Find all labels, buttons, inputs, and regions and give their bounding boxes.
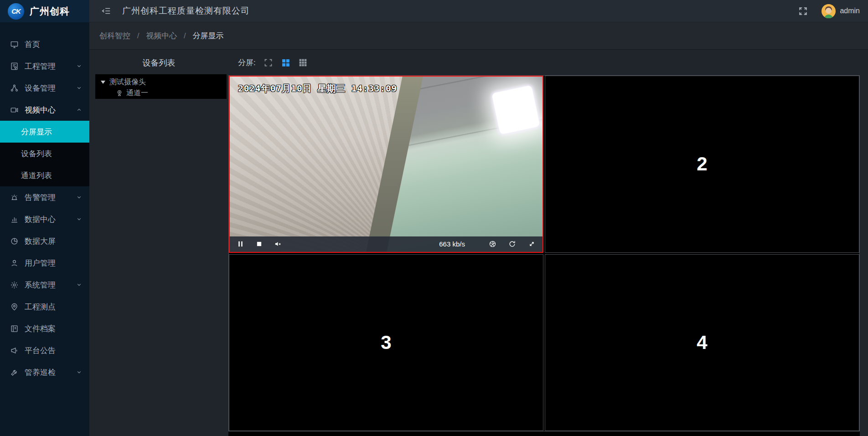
caret-down-icon[interactable] — [101, 81, 105, 84]
snapshot-aperture-icon[interactable] — [489, 240, 496, 248]
split-screen-toolbar: 分屏: — [238, 50, 308, 76]
mute-icon[interactable] — [274, 240, 282, 248]
four-split-icon[interactable] — [281, 58, 290, 67]
gear-icon — [10, 281, 19, 289]
sidebar-item-measure-points[interactable]: 工程测点 — [0, 296, 89, 318]
wrench-icon — [10, 368, 19, 377]
sidebar-subitem-split-display[interactable]: 分屏显示 — [0, 121, 89, 143]
breadcrumb-bar: 创科智控 / 视频中心 / 分屏显示 — [89, 22, 868, 50]
sidebar-item-label: 告警管理 — [25, 192, 56, 203]
company-title: 广州创科工程质量检测有限公司 — [122, 5, 250, 17]
nine-split-icon[interactable] — [298, 58, 308, 67]
pie-chart-icon — [10, 237, 19, 246]
archive-icon — [10, 324, 19, 333]
video-panel-1[interactable]: 2024年07月10日 星期三 14:33:09 663 kb/s — [229, 76, 543, 253]
sidebar-subitem-device-list[interactable]: 设备列表 — [0, 143, 89, 164]
bitrate-label: 663 kb/s — [439, 240, 465, 248]
fullscreen-icon[interactable] — [798, 6, 808, 16]
panel-number: 2 — [697, 153, 707, 175]
breadcrumb-item[interactable]: 创科智控 — [99, 31, 130, 40]
avatar-shirt — [824, 15, 833, 18]
stop-icon[interactable] — [255, 240, 263, 248]
monitor-icon — [10, 40, 19, 49]
pause-icon[interactable] — [237, 240, 244, 248]
sidebar-item-announcements[interactable]: 平台公告 — [0, 339, 89, 361]
alarm-icon — [10, 193, 19, 202]
video-panel-2[interactable]: 2 — [545, 76, 859, 253]
chevron-down-icon — [76, 216, 82, 222]
sidebar-item-label: 数据大屏 — [25, 236, 56, 246]
video-panel-3[interactable]: 3 — [229, 254, 543, 431]
split-label: 分屏: — [238, 57, 256, 68]
chevron-down-icon — [76, 195, 82, 200]
tree-node-label: 测试摄像头 — [109, 77, 146, 87]
device-nodes-icon — [10, 84, 19, 92]
avatar-face — [826, 8, 832, 14]
osd-timestamp: 2024年07月10日 星期三 14:33:09 — [238, 82, 397, 95]
project-doc-icon — [10, 62, 19, 71]
chevron-down-icon — [76, 282, 82, 288]
panel-number: 3 — [381, 332, 391, 354]
video-panel-4[interactable]: 4 — [545, 254, 859, 431]
breadcrumb-item[interactable]: 视频中心 — [146, 31, 177, 40]
logo-bar: CK 广州创科 — [0, 0, 89, 22]
sidebar-item-label: 文件档案 — [25, 323, 56, 334]
single-screen-icon[interactable] — [264, 58, 273, 67]
sidebar-item-label: 用户管理 — [25, 258, 56, 268]
panel-number: 4 — [697, 332, 707, 354]
breadcrumb-separator: / — [184, 31, 186, 40]
chevron-up-icon — [76, 107, 82, 113]
expand-icon[interactable] — [528, 240, 536, 248]
tree-node-camera[interactable]: 测试摄像头 — [95, 77, 227, 87]
sidebar-item-label: 系统管理 — [25, 280, 56, 290]
sidebar-item-system-mgmt[interactable]: 系统管理 — [0, 274, 89, 296]
device-list-title: 设备列表 — [89, 50, 228, 76]
collapse-sidebar-icon[interactable] — [101, 6, 111, 16]
sidebar-subitem-label: 设备列表 — [21, 149, 52, 159]
sidebar: CK 广州创科 首页 工程管理 设备管理 视频中心 — [0, 0, 89, 436]
video-camera-icon — [10, 106, 19, 114]
sidebar-item-label: 平台公告 — [25, 345, 56, 356]
sidebar-item-home[interactable]: 首页 — [0, 33, 89, 55]
sidebar-subitem-channel-list[interactable]: 通道列表 — [0, 164, 89, 186]
video-grid: 2024年07月10日 星期三 14:33:09 663 kb/s — [228, 75, 860, 431]
device-tree: 测试摄像头 通道一 — [95, 74, 227, 99]
webcam-icon — [116, 89, 123, 97]
top-header: 广州创科工程质量检测有限公司 admin — [89, 0, 868, 22]
megaphone-icon — [10, 346, 19, 355]
sidebar-subitem-label: 分屏显示 — [21, 127, 52, 137]
sidebar-item-label: 视频中心 — [25, 105, 56, 115]
video-center-submenu: 分屏显示 设备列表 通道列表 — [0, 121, 89, 186]
sidebar-item-label: 数据中心 — [25, 214, 56, 225]
camera-feed — [230, 77, 542, 252]
breadcrumb-separator: / — [137, 31, 140, 40]
player-control-bar: 663 kb/s — [230, 236, 542, 252]
main-content: 设备列表 分屏: 测试摄像头 通道一 — [89, 50, 868, 436]
sidebar-item-label: 设备管理 — [25, 83, 56, 93]
username-label[interactable]: admin — [840, 7, 860, 15]
location-pin-icon — [10, 303, 19, 311]
chevron-down-icon — [76, 85, 82, 91]
sidebar-item-user-mgmt[interactable]: 用户管理 — [0, 252, 89, 274]
sidebar-item-device-mgmt[interactable]: 设备管理 — [0, 77, 89, 99]
chevron-down-icon — [76, 369, 82, 375]
brand-logo-icon: CK — [8, 3, 24, 20]
user-icon — [10, 259, 19, 267]
bar-chart-icon — [10, 215, 19, 224]
sidebar-item-maintenance-patrol[interactable]: 管养巡检 — [0, 361, 89, 383]
sidebar-item-data-screen[interactable]: 数据大屏 — [0, 230, 89, 252]
breadcrumb-item-current: 分屏显示 — [192, 31, 223, 40]
sidebar-menu: 首页 工程管理 设备管理 视频中心 分屏显示 — [0, 33, 89, 383]
sidebar-item-project-mgmt[interactable]: 工程管理 — [0, 55, 89, 77]
sidebar-item-file-archive[interactable]: 文件档案 — [0, 318, 89, 339]
user-avatar[interactable] — [822, 4, 836, 18]
sidebar-item-data-center[interactable]: 数据中心 — [0, 208, 89, 230]
tree-node-label: 通道一 — [126, 88, 148, 98]
sidebar-item-label: 管养巡检 — [25, 367, 56, 378]
scene-ceiling-light — [491, 85, 540, 135]
refresh-icon[interactable] — [508, 240, 516, 248]
sidebar-item-alarm-mgmt[interactable]: 告警管理 — [0, 186, 89, 208]
breadcrumb: 创科智控 / 视频中心 / 分屏显示 — [99, 31, 223, 41]
sidebar-item-video-center[interactable]: 视频中心 — [0, 99, 89, 121]
tree-node-channel[interactable]: 通道一 — [95, 87, 227, 98]
